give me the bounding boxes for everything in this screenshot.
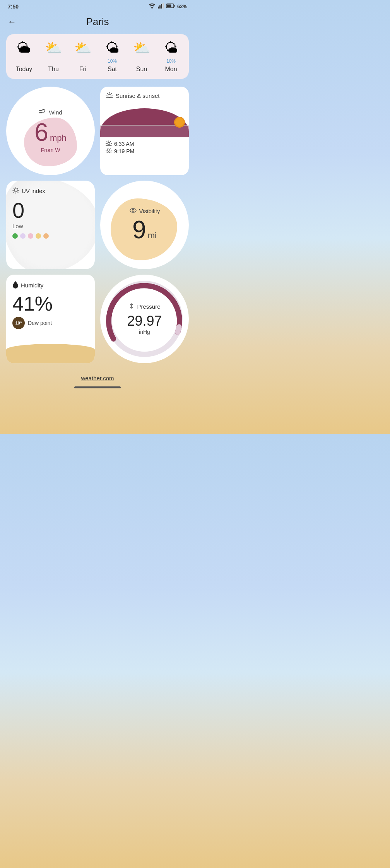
- forecast-label-2: Fri: [79, 66, 87, 73]
- forecast-day-1[interactable]: ⛅ Thu: [40, 39, 67, 73]
- forecast-day-2[interactable]: ⛅ Fri: [70, 39, 96, 73]
- wind-speed-row: 6 mph: [34, 120, 66, 145]
- sunrise-time: 6:33 AM: [114, 141, 134, 147]
- sunrise-visual: [100, 103, 189, 137]
- uv-widget: UV index 0 Low: [6, 181, 95, 269]
- pressure-title-row: Pressure: [128, 303, 160, 310]
- svg-point-28: [14, 189, 17, 192]
- footer: weather.com: [0, 371, 195, 396]
- pressure-icon: [128, 303, 135, 310]
- uv-scale-dots: [12, 233, 89, 239]
- uv-title-row: UV index: [12, 187, 89, 195]
- svg-point-15: [108, 142, 110, 145]
- vis-value: 9: [132, 217, 146, 242]
- sunset-icon: [106, 148, 112, 154]
- wind-unit: mph: [50, 133, 67, 143]
- forecast-precip-5: 10%: [166, 58, 176, 64]
- pressure-unit: inHg: [139, 329, 150, 335]
- svg-rect-6: [174, 5, 174, 7]
- status-icons: 62%: [149, 3, 187, 10]
- forecast-icon-1: ⛅: [45, 39, 62, 56]
- forecast-label-5: Mon: [165, 66, 177, 73]
- sunset-time: 9:19 PM: [114, 148, 134, 154]
- vis-icon: [129, 208, 137, 214]
- mountain-shadow: [100, 126, 189, 137]
- svg-line-35: [17, 188, 18, 188]
- widget-row-2: UV index 0 Low V: [0, 181, 195, 269]
- wifi-icon: [149, 3, 156, 10]
- wind-icon: [39, 109, 46, 116]
- svg-line-33: [14, 188, 14, 188]
- battery-icon: [166, 3, 175, 9]
- svg-rect-4: [162, 3, 164, 9]
- forecast-day-0[interactable]: 🌥 Today: [11, 39, 37, 73]
- pressure-value: 29.97: [127, 314, 162, 328]
- signal-icon: [158, 3, 164, 10]
- header: ← Paris: [0, 11, 195, 34]
- humidity-content: Humidity 41% 10° Dew point: [12, 281, 89, 329]
- svg-point-8: [108, 94, 111, 97]
- weather-link[interactable]: weather.com: [81, 375, 114, 381]
- svg-rect-7: [167, 5, 171, 7]
- dew-point-label: Dew point: [28, 320, 52, 326]
- status-bar: 7:50 62%: [0, 0, 195, 11]
- vis-value-row: 9 mi: [132, 217, 157, 242]
- vis-title: Visibility: [139, 208, 160, 214]
- visibility-widget: Visibility 9 mi: [100, 181, 189, 269]
- humidity-widget: Humidity 41% 10° Dew point: [6, 275, 95, 363]
- sunrise-title: Sunrise & sunset: [116, 92, 159, 99]
- forecast-icon-3: 🌤: [105, 39, 119, 56]
- forecast-icon-0: 🌥: [17, 39, 31, 56]
- forecast-day-5[interactable]: 🌤 10% Mon: [158, 39, 184, 73]
- forecast-day-4[interactable]: ⛅ Sun: [128, 39, 155, 73]
- vis-content: Visibility 9 mi: [129, 208, 160, 242]
- sunset-time-row: 9:19 PM: [106, 148, 183, 154]
- humidity-title: Humidity: [21, 282, 43, 289]
- uv-level: Low: [12, 223, 89, 229]
- forecast-icon-4: ⛅: [133, 39, 151, 56]
- vis-label-row: Visibility: [129, 208, 160, 214]
- wind-speed: 6: [34, 120, 48, 145]
- svg-line-13: [111, 93, 112, 94]
- svg-point-37: [130, 208, 136, 212]
- sun-up-icon: [106, 140, 112, 147]
- svg-line-20: [110, 141, 111, 142]
- svg-point-22: [108, 149, 110, 151]
- widget-row-1: Wind 6 mph From W Sunr: [0, 87, 195, 175]
- sunrise-title-row: Sunrise & sunset: [106, 92, 183, 99]
- svg-line-36: [14, 192, 14, 192]
- forecast-label-4: Sun: [136, 66, 147, 73]
- back-button[interactable]: ←: [8, 17, 16, 27]
- sunrise-time-row: 6:33 AM: [106, 140, 183, 147]
- svg-line-19: [107, 141, 107, 142]
- pressure-widget: Pressure 29.97 inHg: [100, 275, 189, 363]
- humidity-title-row: Humidity: [12, 281, 89, 290]
- svg-rect-2: [159, 5, 161, 9]
- battery-pct: 62%: [177, 3, 187, 9]
- pressure-content: Pressure 29.97 inHg: [127, 303, 162, 335]
- svg-point-0: [151, 7, 153, 9]
- uv-value: 0: [12, 200, 89, 221]
- forecast-label-3: Sat: [108, 66, 117, 73]
- forecast-icon-5: 🌤: [164, 39, 178, 56]
- svg-line-26: [110, 148, 111, 148]
- svg-line-12: [107, 93, 108, 94]
- time: 7:50: [8, 3, 19, 10]
- forecast-strip: 🌥 Today ⛅ Thu ⛅ Fri 🌤 10% Sat ⛅ Sun 🌤 10…: [6, 34, 189, 79]
- dew-badge: 10°: [12, 317, 25, 329]
- forecast-icon-2: ⛅: [74, 39, 92, 56]
- sun-position: [174, 117, 185, 128]
- wind-content: Wind 6 mph From W: [34, 109, 66, 153]
- forecast-label-0: Today: [16, 66, 32, 73]
- sunrise-icon: [106, 92, 113, 99]
- uv-dot-1: [20, 233, 26, 239]
- svg-point-38: [132, 210, 134, 212]
- svg-line-25: [107, 148, 107, 148]
- forecast-day-3[interactable]: 🌤 10% Sat: [99, 39, 125, 73]
- sunrise-widget: Sunrise & sunset: [100, 87, 189, 175]
- pressure-title: Pressure: [137, 303, 160, 310]
- home-indicator: [74, 386, 121, 388]
- vis-unit: mi: [148, 231, 157, 241]
- widget-row-3: Humidity 41% 10° Dew point: [0, 275, 195, 363]
- humidity-value: 41%: [12, 294, 89, 314]
